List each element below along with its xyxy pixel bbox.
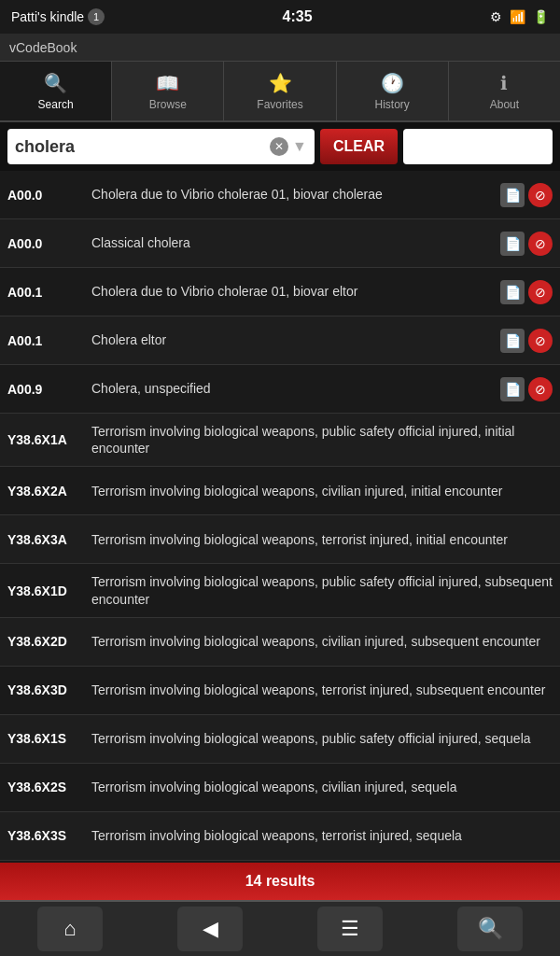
battery-icon: 🔋	[533, 9, 549, 24]
result-action-icons: 📄⊘	[500, 232, 553, 256]
search-term: cholera	[15, 137, 266, 157]
result-description: Terrorism involving biological weapons, …	[91, 730, 553, 747]
table-row[interactable]: A00.0Classical cholera📄⊘	[0, 219, 560, 268]
dropdown-arrow-icon: ▼	[292, 138, 307, 155]
note-icon[interactable]: 📄	[500, 232, 525, 256]
result-description: Terrorism involving biological weapons, …	[91, 633, 553, 650]
note-icon[interactable]: 📄	[500, 377, 525, 401]
tab-search-label: Search	[38, 98, 74, 111]
result-action-icons: 📄⊘	[500, 329, 553, 353]
result-description: Cholera due to Vibrio cholerae 01, biova…	[91, 186, 493, 203]
device-name: Patti's kindle	[11, 9, 84, 24]
results-count-bar: 14 results	[0, 863, 560, 900]
result-code: Y38.6X1A	[7, 432, 91, 447]
history-tab-icon: 🕐	[381, 72, 404, 94]
results-count-text: 14 results	[245, 873, 315, 890]
about-tab-icon: ℹ	[500, 72, 508, 94]
secondary-search-input[interactable]	[403, 129, 553, 164]
bottom-nav: ⌂ ◀ ☰ 🔍	[0, 900, 560, 956]
table-row[interactable]: Y38.6X3DTerrorism involving biological w…	[0, 667, 560, 715]
block-icon[interactable]: ⊘	[528, 280, 553, 304]
result-description: Classical cholera	[91, 234, 493, 251]
tab-bar: 🔍 Search 📖 Browse ⭐ Favorites 🕐 History …	[0, 62, 560, 122]
result-code: Y38.6X3D	[7, 682, 91, 697]
back-icon: ◀	[203, 917, 218, 941]
block-icon[interactable]: ⊘	[528, 377, 553, 401]
search-nav-icon: 🔍	[478, 917, 503, 941]
settings-icon: ⚙	[490, 9, 502, 24]
wifi-icon: 📶	[510, 9, 525, 24]
table-row[interactable]: A00.1Cholera due to Vibrio cholerae 01, …	[0, 268, 560, 316]
table-row[interactable]: A00.0Cholera due to Vibrio cholerae 01, …	[0, 171, 560, 219]
results-list: A00.0Cholera due to Vibrio cholerae 01, …	[0, 171, 560, 863]
status-icons: ⚙ 📶 🔋	[490, 9, 549, 24]
result-description: Terrorism involving biological weapons, …	[91, 682, 553, 698]
result-description: Terrorism involving biological weapons, …	[91, 423, 553, 457]
result-description: Terrorism involving biological weapons, …	[91, 573, 553, 607]
tab-history-label: History	[375, 98, 410, 111]
note-icon[interactable]: 📄	[500, 329, 525, 353]
table-row[interactable]: Y38.6X2STerrorism involving biological w…	[0, 764, 560, 812]
table-row[interactable]: Y38.6X1STerrorism involving biological w…	[0, 715, 560, 764]
app-title-text: vCodeBook	[9, 40, 77, 55]
result-description: Cholera, unspecified	[91, 380, 493, 397]
tab-history[interactable]: 🕐 History	[337, 62, 449, 120]
result-description: Terrorism involving biological weapons, …	[91, 779, 553, 795]
result-description: Cholera eltor	[91, 331, 493, 348]
table-row[interactable]: Y38.6X3ATerrorism involving biological w…	[0, 515, 560, 564]
block-icon[interactable]: ⊘	[528, 232, 553, 256]
table-row[interactable]: Y38.6X2ATerrorism involving biological w…	[0, 467, 560, 515]
note-icon[interactable]: 📄	[500, 280, 525, 304]
result-code: Y38.6X1S	[7, 731, 91, 746]
tab-about[interactable]: ℹ About	[449, 62, 560, 120]
result-description: Terrorism involving biological weapons, …	[91, 483, 553, 499]
search-input-area[interactable]: cholera ✕ ▼	[7, 129, 315, 164]
table-row[interactable]: Y38.6X3STerrorism involving biological w…	[0, 812, 560, 861]
note-icon[interactable]: 📄	[500, 183, 525, 207]
back-button[interactable]: ◀	[177, 907, 243, 951]
table-row[interactable]: Y38.6X2DTerrorism involving biological w…	[0, 618, 560, 667]
search-button[interactable]: 🔍	[457, 907, 523, 951]
result-code: Y38.6X1D	[7, 583, 91, 598]
tab-about-label: About	[490, 98, 519, 111]
clear-button[interactable]: CLEAR	[320, 129, 398, 164]
result-code: A00.0	[7, 236, 91, 251]
tab-browse-label: Browse	[149, 98, 187, 111]
clear-x-button[interactable]: ✕	[270, 137, 288, 156]
result-action-icons: 📄⊘	[500, 280, 553, 304]
table-row[interactable]: Y38.6X1DTerrorism involving biological w…	[0, 564, 560, 617]
status-time: 4:35	[283, 8, 313, 25]
table-row[interactable]: A00.1Cholera eltor📄⊘	[0, 316, 560, 365]
result-description: Cholera due to Vibrio cholerae 01, biova…	[91, 283, 493, 300]
tab-favorites-label: Favorites	[257, 98, 302, 111]
table-row[interactable]: Y38.6X1ATerrorism involving biological w…	[0, 414, 560, 467]
result-description: Terrorism involving biological weapons, …	[91, 531, 553, 548]
menu-button[interactable]: ☰	[317, 907, 383, 951]
app-title-bar: vCodeBook	[0, 34, 560, 62]
result-code: Y38.6X2S	[7, 780, 91, 794]
browse-tab-icon: 📖	[156, 72, 179, 94]
status-bar: Patti's kindle 1 4:35 ⚙ 📶 🔋	[0, 0, 560, 34]
result-action-icons: 📄⊘	[500, 377, 553, 401]
notification-badge: 1	[88, 8, 105, 25]
result-code: Y38.6X3A	[7, 532, 91, 547]
result-code: Y38.6X2A	[7, 484, 91, 499]
home-button[interactable]: ⌂	[37, 907, 103, 951]
block-icon[interactable]: ⊘	[528, 183, 553, 207]
status-left: Patti's kindle 1	[11, 8, 105, 25]
result-description: Terrorism involving biological weapons, …	[91, 827, 553, 844]
search-tab-icon: 🔍	[44, 72, 67, 94]
search-bar: cholera ✕ ▼ CLEAR	[0, 122, 560, 171]
home-icon: ⌂	[63, 917, 76, 941]
tab-search[interactable]: 🔍 Search	[0, 62, 112, 120]
menu-icon: ☰	[341, 917, 359, 941]
table-row[interactable]: A00.9Cholera, unspecified📄⊘	[0, 365, 560, 414]
result-code: A00.1	[7, 333, 91, 348]
result-code: A00.9	[7, 382, 91, 397]
result-code: A00.1	[7, 285, 91, 300]
result-code: Y38.6X3S	[7, 828, 91, 843]
tab-favorites[interactable]: ⭐ Favorites	[224, 62, 336, 120]
result-code: A00.0	[7, 188, 91, 203]
tab-browse[interactable]: 📖 Browse	[112, 62, 224, 120]
block-icon[interactable]: ⊘	[528, 329, 553, 353]
